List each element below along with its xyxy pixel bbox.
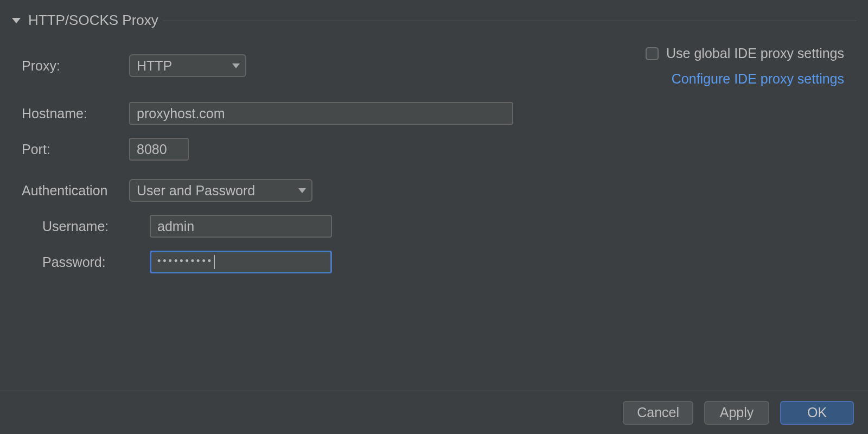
hostname-label: Hostname:	[22, 106, 129, 122]
chevron-down-icon	[232, 63, 240, 68]
authentication-label: Authentication	[22, 183, 129, 199]
chevron-down-icon	[298, 188, 306, 193]
password-mask: ••••••••••	[157, 256, 213, 267]
password-input[interactable]: ••••••••••	[150, 251, 332, 273]
ok-button[interactable]: OK	[780, 401, 854, 425]
configure-ide-proxy-link[interactable]: Configure IDE proxy settings	[672, 71, 844, 87]
row-port: Port:	[22, 138, 513, 161]
authentication-select[interactable]: User and Password	[129, 179, 312, 202]
username-label: Username:	[22, 219, 150, 234]
text-cursor-icon	[214, 255, 215, 269]
proxy-label: Proxy:	[22, 58, 129, 74]
use-global-checkbox-row[interactable]: Use global IDE proxy settings	[646, 46, 844, 61]
row-hostname: Hostname:	[22, 102, 513, 125]
proxy-select-value: HTTP	[137, 58, 172, 74]
cancel-button[interactable]: Cancel	[623, 401, 693, 425]
username-input[interactable]	[150, 215, 332, 238]
disclosure-triangle-icon[interactable]	[12, 18, 21, 23]
proxy-select[interactable]: HTTP	[129, 54, 246, 77]
header-separator	[163, 21, 856, 21]
dialog-footer: Cancel Apply OK	[0, 391, 868, 434]
hostname-input[interactable]	[129, 102, 513, 125]
form-area: Proxy: HTTP Hostname: Port: Authenticati…	[22, 54, 513, 286]
apply-button[interactable]: Apply	[704, 401, 769, 425]
right-options: Use global IDE proxy settings Configure …	[646, 46, 844, 87]
section-title: HTTP/SOCKS Proxy	[28, 12, 158, 29]
use-global-checkbox[interactable]	[646, 47, 659, 60]
port-label: Port:	[22, 142, 129, 157]
row-password: Password: ••••••••••	[22, 251, 513, 273]
row-authentication: Authentication User and Password	[22, 179, 513, 202]
row-username: Username:	[22, 215, 513, 238]
row-proxy: Proxy: HTTP	[22, 54, 513, 77]
section-header[interactable]: HTTP/SOCKS Proxy	[12, 12, 158, 29]
use-global-label: Use global IDE proxy settings	[666, 46, 844, 61]
proxy-settings-panel: HTTP/SOCKS Proxy Proxy: HTTP Hostname: P…	[0, 0, 868, 434]
authentication-select-value: User and Password	[137, 183, 255, 199]
port-input[interactable]	[129, 138, 189, 161]
password-label: Password:	[22, 254, 150, 270]
